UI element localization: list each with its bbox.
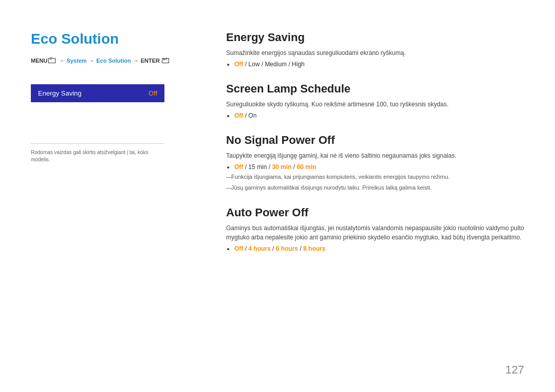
opt-off-auto: Off	[234, 245, 243, 252]
opt-low: Low	[248, 61, 260, 68]
page-container: Eco Solution MENU → System → Eco Solutio…	[0, 0, 555, 392]
sidebar-menu: Energy Saving Off	[31, 84, 164, 102]
section-auto-power-off: Auto Power Off Gaminys bus automatiškai …	[226, 206, 524, 252]
section-options-energy-saving: Off / Low / Medium / High	[234, 61, 524, 68]
arrow3: →	[133, 58, 139, 64]
page-number: 127	[505, 363, 524, 377]
menu-path: MENU → System → Eco Solution → ENTER	[31, 58, 175, 64]
section-options-no-signal: Off / 15 min / 30 min / 60 min	[234, 163, 524, 171]
section-desc-auto-power-off: Gaminys bus automatiškai išjungtas, jei …	[226, 223, 524, 242]
enter-icon	[162, 58, 169, 63]
option-auto-power-off: Off / 4 hours / 6 hours / 8 hours	[234, 245, 524, 252]
section-screen-lamp: Screen Lamp Schedule Sureguliuokite skyd…	[226, 82, 524, 119]
note-no-signal-2: Jūsų gaminys automatiškai išsijungs nuro…	[226, 183, 524, 192]
opt-60min: 60 min	[297, 163, 316, 171]
opt-off-signal: Off	[234, 163, 243, 171]
section-energy-saving: Energy Saving Sumažinkite energijos sąna…	[226, 31, 524, 68]
opt-high: High	[292, 61, 305, 68]
opt-30min: 30 min	[272, 163, 291, 171]
menu-label: MENU	[31, 58, 47, 64]
section-title-no-signal: No Signal Power Off	[226, 134, 524, 147]
section-options-auto-power-off: Off / 4 hours / 6 hours / 8 hours	[234, 245, 524, 252]
eco-label: Eco Solution	[97, 58, 131, 64]
arrow2: →	[89, 58, 95, 64]
section-options-screen-lamp: Off / On	[234, 112, 524, 119]
section-title-auto-power-off: Auto Power Off	[226, 206, 524, 219]
section-desc-no-signal: Taupykite energiją išjungę gaminį, kai n…	[226, 151, 524, 160]
opt-on-lamp: On	[248, 112, 256, 119]
opt-medium: Medium	[265, 61, 287, 68]
opt-sep-auto2: /	[272, 245, 276, 252]
menu-icon	[48, 58, 55, 63]
system-label: System	[66, 58, 86, 64]
option-energy-saving: Off / Low / Medium / High	[234, 61, 524, 68]
page-title: Eco Solution	[31, 31, 175, 47]
section-desc-energy-saving: Sumažinkite energijos sąnaudas sureguliu…	[226, 48, 524, 58]
sidebar-item-label: Energy Saving	[38, 89, 82, 97]
opt-6hours: 6 hours	[276, 245, 298, 252]
opt-off: Off	[234, 61, 243, 68]
section-desc-screen-lamp: Sureguliuokite skydo ryškumą. Kuo reikšm…	[226, 100, 524, 109]
opt-15min: 15 min	[248, 163, 267, 171]
section-no-signal: No Signal Power Off Taupykite energiją i…	[226, 134, 524, 192]
sidebar-item-value: Off	[149, 89, 157, 97]
left-divider	[31, 143, 164, 144]
opt-off-lamp: Off	[234, 112, 243, 119]
sidebar-menu-item[interactable]: Energy Saving Off	[31, 84, 164, 102]
section-title-energy-saving: Energy Saving	[226, 31, 524, 44]
option-screen-lamp: Off / On	[234, 112, 524, 119]
footnote: Rodomas vaizdas gali skirtis atsižvelgia…	[31, 149, 164, 163]
arrow1: →	[59, 58, 64, 64]
enter-label: ENTER	[141, 58, 160, 64]
opt-4hours: 4 hours	[248, 245, 270, 252]
note-no-signal-1: Funkcija išjungiama, kai prijungiamas ko…	[226, 173, 524, 181]
option-no-signal: Off / 15 min / 30 min / 60 min	[234, 163, 524, 171]
left-panel: Eco Solution MENU → System → Eco Solutio…	[31, 31, 195, 371]
right-panel: Energy Saving Sumažinkite energijos sąna…	[195, 31, 524, 371]
opt-8hours: 8 hours	[303, 245, 325, 252]
section-title-screen-lamp: Screen Lamp Schedule	[226, 82, 524, 96]
